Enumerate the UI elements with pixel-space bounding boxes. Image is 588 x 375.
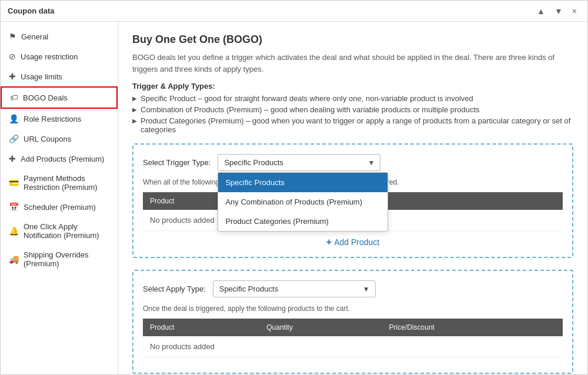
sidebar-item-payment-methods-label: Payment Methods Restriction (Premium) [24,174,109,192]
trigger-dropdown-item-categories[interactable]: Product Categories (Premium) [218,212,387,231]
trigger-types-list: Specific Product – good for straight for… [132,94,573,134]
shipping-icon: 🚚 [9,255,19,264]
usage-restriction-icon: ⊘ [9,52,16,61]
apply-type-select-wrapper: Specific Products Any Combination of Pro… [213,280,376,297]
sidebar-item-role-restrictions[interactable]: 👤 Role Restrictions [1,109,118,129]
usage-limits-icon: ✚ [9,72,16,81]
sidebar-item-payment-methods[interactable]: 💳 Payment Methods Restriction (Premium) [1,169,118,197]
sidebar-item-shipping[interactable]: 🚚 Shipping Overrides (Premium) [1,245,118,273]
sidebar-item-bogo-deals[interactable]: 🏷 BOGO Deals [1,86,118,109]
trigger-section: Select Trigger Type: Specific Products A… [132,143,573,258]
add-product-button[interactable]: + Add Product [326,237,379,247]
role-icon: 👤 [9,114,19,123]
trigger-dropdown-item-specific[interactable]: Specific Products [218,173,387,192]
sidebar-item-add-products-label: Add Products (Premium) [21,155,104,163]
apply-type-label: Select Apply Type: [143,284,206,293]
sidebar-item-role-restrictions-label: Role Restrictions [24,115,81,123]
top-bar-title: Coupon data [8,6,54,15]
sidebar-item-usage-restriction-label: Usage restriction [21,52,78,61]
apply-description: Once the deal is triggered, apply the fo… [143,304,563,313]
trigger-type-item-2: Combination of Products (Premium) – good… [132,105,573,114]
sidebar-item-usage-restriction[interactable]: ⊘ Usage restriction [1,46,118,66]
url-icon: 🔗 [9,134,19,143]
sidebar-item-scheduler-label: Scheduler (Premium) [24,203,96,212]
trigger-type-label: Select Trigger Type: [143,158,211,167]
collapse-down-button[interactable]: ▼ [551,5,566,17]
main-layout: ⚑ General ⊘ Usage restriction ✚ Usage li… [1,22,587,374]
payment-icon: 💳 [9,178,19,188]
one-click-icon: 🔔 [9,226,19,236]
apply-col-quantity: Quantity [259,319,382,336]
apply-empty-message: No products added [143,336,563,357]
sidebar-item-one-click-label: One Click Apply Notification (Premium) [24,222,109,240]
sidebar-item-url-coupons[interactable]: 🔗 URL Coupons [1,129,118,149]
trigger-type-select-wrapper: Specific Products Any Combination of Pro… [218,154,380,171]
apply-col-price: Price/Discount [382,319,563,336]
add-product-plus-icon: + [326,237,332,247]
sidebar-item-general-label: General [21,32,48,41]
apply-type-select[interactable]: Specific Products Any Combination of Pro… [213,280,376,297]
collapse-up-button[interactable]: ▲ [533,5,549,17]
trigger-dropdown-item-combination[interactable]: Any Combination of Products (Premium) [218,192,387,212]
trigger-type-item-3: Product Categories (Premium) – good when… [132,116,573,134]
bogo-icon: 🏷 [10,93,18,102]
trigger-types-label: Trigger & Apply Types: [132,82,573,91]
sidebar-item-general[interactable]: ⚑ General [1,26,118,46]
close-button[interactable]: × [569,5,580,17]
apply-table: Product Quantity Price/Discount No produ… [143,319,563,357]
sidebar-item-shipping-label: Shipping Overrides (Premium) [24,250,109,268]
sidebar-item-usage-limits-label: Usage limits [21,72,62,81]
trigger-dropdown-menu: Specific Products Any Combination of Pro… [218,172,388,232]
scheduler-icon: 📅 [9,202,19,212]
app-container: Coupon data ▲ ▼ × ⚑ General ⊘ Usage rest… [0,0,588,375]
sidebar-item-usage-limits[interactable]: ✚ Usage limits [1,66,118,86]
add-product-row: + Add Product [143,237,563,247]
apply-empty-row: No products added [143,336,563,357]
apply-col-product: Product [143,319,259,336]
sidebar: ⚑ General ⊘ Usage restriction ✚ Usage li… [1,22,118,374]
add-product-label: Add Product [334,237,379,247]
trigger-type-item-1: Specific Product – good for straight for… [132,94,573,103]
page-title: Buy One Get One (BOGO) [132,34,573,46]
content-area: Buy One Get One (BOGO) BOGO deals let yo… [118,22,587,374]
sidebar-item-add-products[interactable]: ✚ Add Products (Premium) [1,149,118,169]
sidebar-item-one-click[interactable]: 🔔 One Click Apply Notification (Premium) [1,217,118,245]
general-icon: ⚑ [9,32,16,41]
sidebar-item-bogo-deals-label: BOGO Deals [23,93,68,102]
add-products-icon: ✚ [9,154,16,163]
sidebar-item-url-coupons-label: URL Coupons [24,135,71,143]
apply-section: Select Apply Type: Specific Products Any… [132,270,573,374]
trigger-type-select[interactable]: Specific Products Any Combination of Pro… [218,154,380,171]
page-description: BOGO deals let you define a trigger whic… [132,52,573,75]
sidebar-item-scheduler[interactable]: 📅 Scheduler (Premium) [1,197,118,217]
apply-type-row: Select Apply Type: Specific Products Any… [143,280,563,297]
top-bar-controls: ▲ ▼ × [533,5,580,17]
trigger-type-row: Select Trigger Type: Specific Products A… [143,154,563,171]
top-bar: Coupon data ▲ ▼ × [1,1,587,22]
